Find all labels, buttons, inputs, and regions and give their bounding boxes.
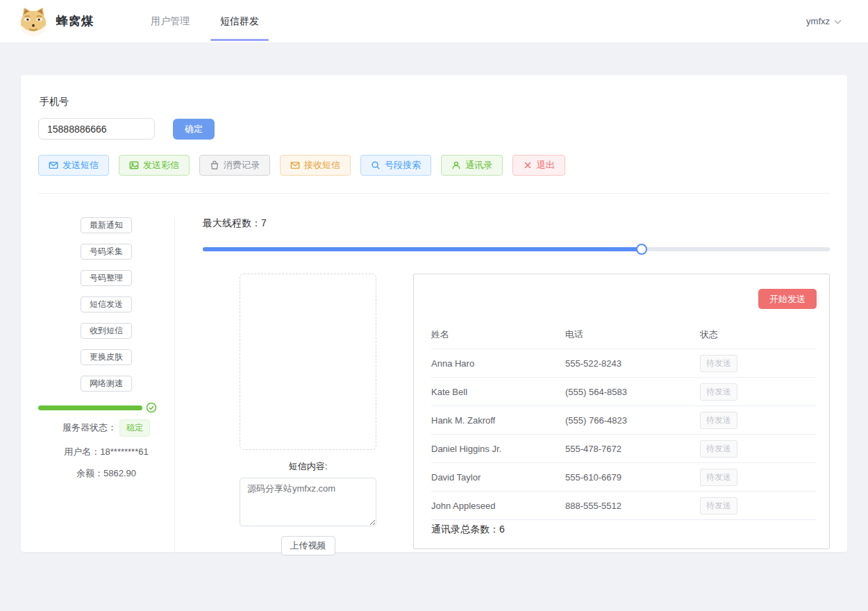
- picture-icon: [129, 160, 139, 170]
- body-row: 最新通知 号码采集 号码整理 短信发送 收到短信 更换皮肤 网络测速 服务器状态…: [38, 217, 830, 555]
- phone-input[interactable]: [38, 118, 155, 140]
- mail-icon: [290, 160, 300, 170]
- thread-slider[interactable]: [203, 244, 830, 255]
- send-mms-button[interactable]: 发送彩信: [119, 155, 190, 176]
- server-status-line: 服务器状态：稳定: [38, 419, 174, 437]
- logout-button[interactable]: 退出: [512, 155, 565, 176]
- table-row: John Appleseed 888-555-5512 待发送: [431, 492, 817, 520]
- username-label: 用户名：: [64, 446, 100, 457]
- bag-icon: [210, 160, 219, 170]
- status-badge[interactable]: 待发送: [700, 469, 737, 486]
- user-menu-name: ymfxz: [806, 16, 830, 26]
- contacts-total-line: 通讯录总条数：6: [431, 524, 817, 536]
- sidebar-item-number-organize[interactable]: 号码整理: [81, 270, 132, 286]
- sidebar-item-sms-received[interactable]: 收到短信: [81, 323, 132, 339]
- phone-label: 手机号: [40, 96, 830, 108]
- content-row: 短信内容: 源码分享站ymfxz.com 上传视频 开始发送 姓名 电话 状态: [203, 274, 830, 555]
- contact-phone: 888-555-5512: [565, 501, 700, 511]
- balance-value: 5862.90: [103, 468, 136, 478]
- chevron-down-icon: [835, 17, 842, 24]
- max-threads-text: 最大线程数：: [203, 217, 261, 228]
- spend-history-label: 消费记录: [224, 159, 260, 171]
- confirm-button[interactable]: 确定: [173, 119, 215, 140]
- nav-tab-user-management[interactable]: 用户管理: [135, 0, 205, 42]
- contacts-total-value: 6: [499, 524, 505, 535]
- sidebar-item-number-collect[interactable]: 号码采集: [81, 244, 132, 260]
- sidebar-buttons: 最新通知 号码采集 号码整理 短信发送 收到短信 更换皮肤 网络测速: [38, 217, 174, 392]
- status-badge[interactable]: 待发送: [700, 440, 737, 458]
- upload-video-button[interactable]: 上传视频: [281, 536, 335, 555]
- table-row: Daniel Higgins Jr. 555-478-7672 待发送: [431, 435, 817, 463]
- nav-tab-sms-bulk[interactable]: 短信群发: [205, 0, 274, 42]
- balance-label: 余额：: [76, 468, 103, 478]
- column-header-name: 姓名: [431, 328, 565, 341]
- receive-sms-button[interactable]: 接收短信: [280, 155, 351, 176]
- brand-name: 蜂窝煤: [56, 13, 94, 29]
- close-icon: [523, 160, 533, 170]
- sidebar-item-latest-notice[interactable]: 最新通知: [81, 217, 132, 233]
- balance-line: 余额：5862.90: [38, 467, 174, 480]
- slider-handle[interactable]: [636, 244, 647, 255]
- server-status-badge: 稳定: [119, 419, 150, 437]
- column-header-status: 状态: [700, 328, 817, 341]
- top-navbar: 蜂窝煤 用户管理 短信群发 ymfxz: [0, 0, 868, 42]
- number-segment-search-button[interactable]: 号段搜索: [360, 155, 431, 176]
- sms-content-textarea[interactable]: 源码分享站ymfxz.com: [240, 478, 376, 526]
- table-row: Hank M. Zakroff (555) 766-4823 待发送: [431, 406, 817, 435]
- send-mms-label: 发送彩信: [143, 159, 179, 171]
- contact-phone: (555) 564-8583: [565, 387, 700, 397]
- contacts-table: 姓名 电话 状态 Anna Haro 555-522-8243 待发送 Kate…: [431, 321, 817, 520]
- contacts-total-label: 通讯录总条数：: [431, 524, 499, 535]
- receive-sms-label: 接收短信: [304, 159, 340, 171]
- send-sms-button[interactable]: 发送短信: [38, 155, 109, 176]
- sms-content-label: 短信内容:: [240, 460, 376, 473]
- media-dropzone[interactable]: [240, 274, 376, 450]
- user-menu[interactable]: ymfxz: [806, 16, 840, 26]
- contacts-panel: 开始发送 姓名 电话 状态 Anna Haro 555-522-8243 待发送: [413, 274, 830, 549]
- main-card: 手机号 确定 发送短信 发送彩信 消费记录 接收短信 号段搜索 通讯录: [21, 75, 847, 552]
- contacts-button[interactable]: 通讯录: [441, 155, 503, 176]
- contact-name: Kate Bell: [431, 387, 565, 397]
- contact-name: John Appleseed: [431, 501, 565, 511]
- send-sms-label: 发送短信: [62, 159, 99, 171]
- contact-phone: (555) 766-4823: [565, 415, 700, 426]
- status-badge[interactable]: 待发送: [700, 412, 737, 429]
- status-badge[interactable]: 待发送: [700, 355, 737, 372]
- number-segment-search-label: 号段搜索: [385, 159, 421, 171]
- column-header-phone: 电话: [565, 328, 700, 341]
- nav-tabs: 用户管理 短信群发: [135, 0, 274, 42]
- mail-icon: [49, 160, 58, 170]
- contact-name: David Taylor: [431, 472, 565, 483]
- contact-phone: 555-478-7672: [565, 444, 700, 454]
- contact-name: Hank M. Zakroff: [431, 415, 565, 426]
- sidebar-item-network-speedtest[interactable]: 网络测速: [81, 376, 132, 392]
- contacts-label: 通讯录: [465, 159, 492, 171]
- max-threads-value: 7: [261, 217, 267, 228]
- contact-phone: 555-610-6679: [565, 472, 700, 483]
- status-badge[interactable]: 待发送: [700, 497, 737, 514]
- start-send-button[interactable]: 开始发送: [758, 289, 817, 309]
- section-divider: [38, 193, 830, 194]
- toolbar: 发送短信 发送彩信 消费记录 接收短信 号段搜索 通讯录 退出: [38, 155, 830, 176]
- spend-history-button[interactable]: 消费记录: [199, 155, 270, 176]
- logout-label: 退出: [537, 159, 555, 171]
- progress-bar: [38, 405, 142, 410]
- check-circle-icon: [146, 402, 157, 413]
- doge-logo-icon: [17, 6, 49, 37]
- contact-phone: 555-522-8243: [565, 358, 700, 369]
- contact-name: Daniel Higgins Jr.: [431, 444, 565, 454]
- sidebar: 最新通知 号码采集 号码整理 短信发送 收到短信 更换皮肤 网络测速 服务器状态…: [38, 217, 175, 555]
- compose-column: 短信内容: 源码分享站ymfxz.com 上传视频: [240, 274, 376, 555]
- username-value: 18********61: [100, 446, 148, 457]
- contact-name: Anna Haro: [431, 358, 565, 369]
- table-row: Anna Haro 555-522-8243 待发送: [431, 349, 817, 378]
- status-badge[interactable]: 待发送: [700, 383, 737, 401]
- table-row: Kate Bell (555) 564-8583 待发送: [431, 378, 817, 406]
- username-line: 用户名：18********61: [38, 446, 174, 458]
- panel-toolbar: 开始发送: [431, 289, 817, 309]
- sidebar-item-change-skin[interactable]: 更换皮肤: [81, 349, 132, 365]
- server-progress: [38, 402, 174, 413]
- sidebar-item-sms-send[interactable]: 短信发送: [81, 296, 132, 312]
- main-area: 最大线程数：7 短信内容: 源码分享站ymfxz.com 上传视频: [175, 217, 830, 555]
- phone-row: 确定: [38, 118, 830, 140]
